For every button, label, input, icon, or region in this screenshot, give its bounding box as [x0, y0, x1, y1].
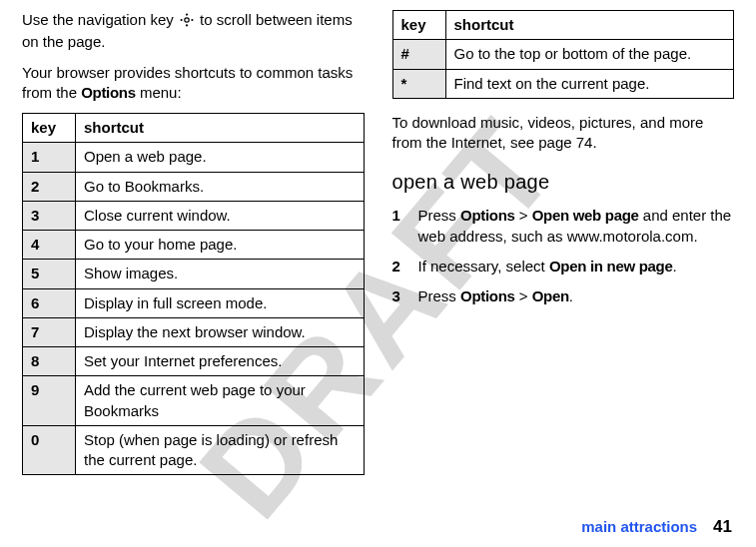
table-row: 9Add the current web page to your Bookma… — [23, 376, 365, 426]
text: If necessary, select — [418, 258, 549, 274]
shortcut-cell: Find text on the current page. — [445, 69, 734, 98]
table-row: 4Go to your home page. — [23, 231, 365, 260]
sep: > — [515, 287, 532, 304]
intro2-text-b: menu: — [136, 84, 182, 101]
intro-paragraph-2: Your browser provides shortcuts to commo… — [22, 63, 365, 104]
steps-list: 1 Press Options > Open web page and ente… — [392, 206, 735, 306]
step-1: 1 Press Options > Open web page and ente… — [392, 206, 735, 247]
key-cell: 7 — [23, 317, 76, 346]
svg-point-4 — [191, 19, 193, 21]
key-cell: 2 — [23, 172, 76, 201]
left-column: Use the navigation key to scroll between… — [22, 10, 365, 489]
table-header-row: key shortcut — [23, 114, 365, 143]
step-number: 2 — [392, 257, 406, 276]
table-row: 6Display in full screen mode. — [23, 288, 365, 317]
page-footer: main attractions41 — [581, 517, 732, 537]
col-header-key: key — [23, 114, 76, 143]
download-paragraph: To download music, videos, pictures, and… — [392, 113, 735, 154]
step-number: 1 — [392, 206, 406, 247]
open-web-page-heading: open a web page — [392, 169, 735, 196]
key-cell: 4 — [23, 231, 76, 260]
step-body: Press Options > Open. — [418, 286, 574, 306]
open-label: Open — [532, 287, 569, 304]
text: . — [569, 287, 573, 304]
table-row: *Find text on the current page. — [392, 69, 734, 98]
table-row: 0Stop (when page is loading) or refresh … — [23, 425, 365, 475]
key-cell: # — [392, 40, 445, 69]
step-2: 2 If necessary, select Open in new page. — [392, 257, 735, 276]
table-row: 7Display the next browser window. — [23, 317, 365, 346]
key-cell: 9 — [23, 376, 76, 426]
step-body: If necessary, select Open in new page. — [418, 257, 677, 276]
navigation-key-icon — [178, 12, 196, 32]
right-column: key shortcut #Go to the top or bottom of… — [392, 10, 735, 489]
step-body: Press Options > Open web page and enter … — [418, 206, 735, 247]
shortcuts-table-right: key shortcut #Go to the top or bottom of… — [392, 10, 735, 99]
table-row: 5Show images. — [23, 260, 365, 288]
key-cell: 6 — [23, 288, 76, 317]
shortcut-cell: Open a web page. — [76, 143, 365, 172]
shortcuts-table-left: key shortcut 1Open a web page. 2Go to Bo… — [22, 113, 365, 475]
sep: > — [515, 207, 532, 224]
page-number: 41 — [713, 517, 732, 536]
key-cell: * — [392, 69, 445, 98]
shortcut-cell: Go to Bookmarks. — [76, 172, 365, 201]
shortcut-cell: Go to the top or bottom of the page. — [445, 40, 734, 69]
col-header-key: key — [392, 11, 445, 40]
table-row: #Go to the top or bottom of the page. — [392, 40, 734, 69]
footer-section-label: main attractions — [581, 518, 697, 535]
text: . — [673, 258, 677, 274]
shortcut-cell: Show images. — [76, 260, 365, 288]
svg-point-3 — [180, 19, 182, 21]
shortcut-cell: Display in full screen mode. — [76, 288, 365, 317]
page-content: Use the navigation key to scroll between… — [0, 0, 756, 499]
options-menu-name: Options — [81, 84, 136, 101]
key-cell: 1 — [23, 143, 76, 172]
col-header-shortcut: shortcut — [445, 11, 734, 40]
shortcut-cell: Stop (when page is loading) or refresh t… — [76, 425, 365, 475]
svg-point-2 — [186, 24, 188, 26]
table-row: 1Open a web page. — [23, 143, 365, 172]
key-cell: 0 — [23, 425, 76, 475]
table-row: 2Go to Bookmarks. — [23, 172, 365, 201]
col-header-shortcut: shortcut — [76, 114, 365, 143]
open-in-new-page-label: Open in new page — [549, 258, 673, 274]
shortcut-cell: Set your Internet preferences. — [76, 347, 365, 376]
svg-point-0 — [185, 18, 189, 22]
key-cell: 5 — [23, 260, 76, 288]
key-cell: 3 — [23, 201, 76, 230]
intro2-text-a: Your browser provides shortcuts to commo… — [22, 64, 353, 101]
shortcut-cell: Go to your home page. — [76, 231, 365, 260]
key-cell: 8 — [23, 347, 76, 376]
options-label: Options — [460, 287, 515, 304]
step-number: 3 — [392, 286, 406, 306]
open-web-page-label: Open web page — [532, 207, 639, 224]
options-label: Options — [460, 207, 515, 224]
shortcut-cell: Display the next browser window. — [76, 317, 365, 346]
table-header-row: key shortcut — [392, 11, 734, 40]
shortcut-cell: Close current window. — [76, 201, 365, 230]
intro-paragraph-1: Use the navigation key to scroll between… — [22, 10, 365, 53]
intro1-text-a: Use the navigation key — [22, 11, 178, 28]
table-row: 8Set your Internet preferences. — [23, 347, 365, 376]
table-row: 3Close current window. — [23, 201, 365, 230]
svg-point-1 — [186, 14, 188, 16]
shortcut-cell: Add the current web page to your Bookmar… — [76, 376, 365, 426]
text: Press — [418, 207, 461, 224]
text: Press — [418, 287, 461, 304]
step-3: 3 Press Options > Open. — [392, 286, 735, 306]
